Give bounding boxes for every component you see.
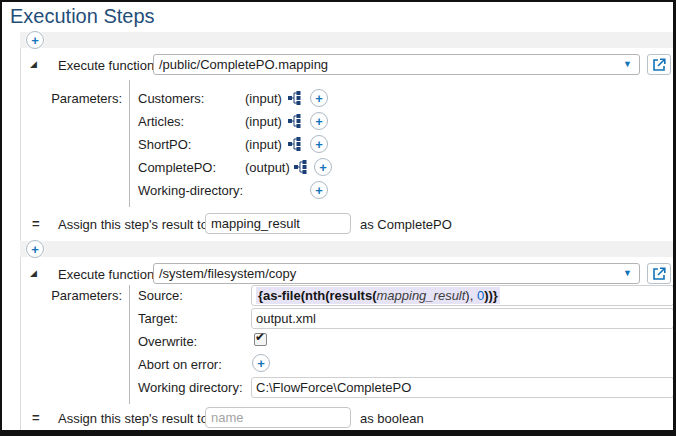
page-title: Execution Steps: [10, 5, 155, 28]
chevron-down-icon[interactable]: ▼: [623, 269, 632, 278]
execution-steps-panel: Execution Steps + ◢ Execute function /pu…: [0, 0, 676, 436]
step1-function-combobox[interactable]: /public/CompletePO.mapping ▼: [153, 54, 640, 75]
plus-icon: +: [257, 357, 265, 370]
structure-tree-icon: [294, 160, 308, 174]
step1-param-add-button[interactable]: +: [310, 112, 328, 130]
check-icon: ✔: [255, 331, 265, 343]
step1-param-add-button[interactable]: +: [310, 181, 328, 199]
plus-icon: +: [315, 184, 323, 197]
working-directory-value: C:\FlowForce\CompletePO: [256, 380, 411, 395]
plus-icon: +: [31, 243, 39, 256]
step2-param-name: Abort on error:: [138, 357, 222, 372]
step2-open-function-button[interactable]: [647, 263, 671, 284]
step2-function-combobox[interactable]: /system/filesystem/copy ▼: [153, 263, 640, 284]
step1-result-name-input[interactable]: [205, 213, 351, 234]
step1-param-add-button[interactable]: +: [310, 89, 328, 107]
step2-execute-function-label: Execute function: [58, 267, 154, 282]
step1-param-value: (input): [245, 137, 282, 152]
insert-step-band-middle: [20, 241, 673, 257]
step2-assign-type-label: as boolean: [360, 411, 424, 426]
step1-function-value: /public/CompletePO.mapping: [159, 57, 328, 72]
step1-assign-type-label: as CompletePO: [360, 217, 452, 232]
step1-param-name: Customers:: [138, 91, 204, 106]
step2-param-name: Overwrite:: [138, 334, 197, 349]
abort-on-error-add-button[interactable]: +: [252, 354, 270, 372]
plus-icon: +: [315, 92, 323, 105]
source-expression-input[interactable]: {as-file(nth(results(mapping_result), 0)…: [251, 285, 674, 306]
chevron-down-icon[interactable]: ▼: [623, 60, 632, 69]
open-in-window-icon: [653, 58, 666, 71]
step1-param-value: (input): [245, 91, 282, 106]
step1-expander-icon[interactable]: ◢: [30, 60, 37, 69]
plus-icon: +: [31, 34, 39, 47]
step2-param-name: Working directory:: [138, 380, 243, 395]
expression-value: {as-file(nth(results(mapping_result), 0)…: [256, 287, 500, 304]
step2-expander-icon[interactable]: ◢: [30, 269, 37, 278]
target-value: output.xml: [256, 311, 316, 326]
step2-params-separator: [129, 285, 130, 404]
step1-assign-equals-icon: =: [32, 216, 40, 231]
overwrite-checkbox[interactable]: ✔: [254, 333, 267, 346]
working-directory-input[interactable]: C:\FlowForce\CompletePO: [251, 377, 674, 398]
add-step-button-top[interactable]: +: [26, 31, 44, 49]
step1-param-name: ShortPO:: [138, 137, 191, 152]
step2-param-name: Source:: [138, 288, 183, 303]
step1-param-value: (input): [245, 114, 282, 129]
plus-icon: +: [315, 115, 323, 128]
step1-execute-function-label: Execute function: [58, 58, 154, 73]
step1-param-name: Articles:: [138, 114, 184, 129]
step1-param-value: (output): [245, 160, 290, 175]
plus-icon: +: [319, 161, 327, 174]
insert-step-band-top: [20, 32, 673, 48]
step1-param-add-button[interactable]: +: [310, 135, 328, 153]
plus-icon: +: [315, 138, 323, 151]
step1-param-name: CompletePO:: [138, 160, 216, 175]
step2-param-name: Target:: [138, 311, 178, 326]
add-step-button-middle[interactable]: +: [26, 240, 44, 258]
structure-tree-icon: [288, 91, 302, 105]
open-in-window-icon: [653, 267, 666, 280]
step1-parameters-label: Parameters:: [48, 91, 122, 106]
step1-assign-label: Assign this step's result to: [58, 217, 208, 232]
step2-parameters-label: Parameters:: [48, 288, 122, 303]
step2-assign-equals-icon: =: [32, 410, 40, 425]
step1-param-add-button[interactable]: +: [314, 158, 332, 176]
structure-tree-icon: [288, 114, 302, 128]
step1-open-function-button[interactable]: [647, 54, 671, 75]
step2-function-value: /system/filesystem/copy: [159, 266, 296, 281]
structure-tree-icon: [288, 137, 302, 151]
step1-param-name: Working-directory:: [138, 183, 243, 198]
step2-assign-label: Assign this step's result to: [58, 411, 208, 426]
target-input[interactable]: output.xml: [251, 308, 674, 329]
step1-params-separator: [129, 80, 130, 207]
step2-result-name-input[interactable]: [205, 407, 351, 428]
steps-table-left-border: [20, 32, 21, 430]
